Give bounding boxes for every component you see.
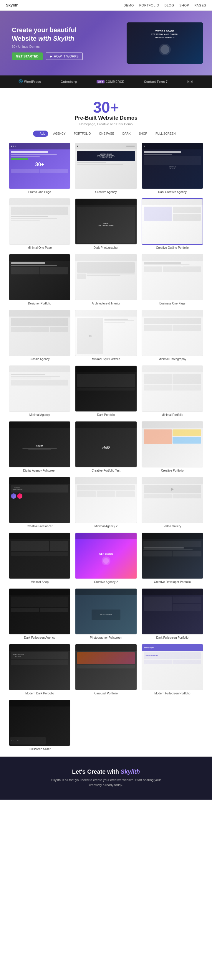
filter-all[interactable]: ALL	[33, 130, 48, 137]
nav-portfolio[interactable]: PORTFOLIO	[139, 3, 159, 7]
demo-modern-full[interactable]: New Highlights Creative Within Art Moder…	[142, 644, 203, 695]
demo-label: Classic Agency	[9, 358, 70, 361]
demo-split[interactable]: IMG Minimal Split Portfolio	[75, 310, 137, 361]
demo-thumb-creative-agency2: WE ♥ DESIGN	[75, 533, 137, 579]
demo-label: Creative Agency	[75, 190, 137, 194]
demo-label: Minimal Portfolio	[142, 413, 203, 417]
demo-label: Carousel Portfolio	[75, 692, 137, 695]
demo-label: Minimal Split Portfolio	[75, 358, 137, 361]
demo-architecture[interactable]: Architecture & Interior	[75, 254, 137, 305]
demo-label: Minimal Agency	[9, 413, 70, 417]
filter-one-page[interactable]: ONE PAGE	[96, 130, 117, 137]
filter-tabs: ALL AGENCY PORTFOLIO ONE PAGE DARK SHOP …	[6, 130, 206, 137]
demo-thumb-dark-full-port	[142, 588, 203, 635]
demo-thumb-minimal	[9, 198, 70, 245]
demo-label: Modern Dark Portfolio	[9, 692, 70, 695]
demos-subtitle: Homepage, Creative and Dark Demo	[6, 123, 206, 126]
demo-label: Video Gallery	[142, 525, 203, 528]
demo-thumb-photo-full: PHOTOGRAPHER	[75, 588, 137, 635]
demo-thumb-dark-full	[9, 588, 70, 635]
demo-thumb-arch	[75, 254, 137, 300]
demo-label: Creative Freelancer	[9, 525, 70, 528]
demo-label: Dark Portfolio	[75, 413, 137, 417]
demo-label: Fullscreen Slider	[9, 748, 70, 751]
demo-dark-full[interactable]: Dark Fullscreen Agency	[9, 588, 70, 639]
demo-label: Business One Page	[142, 302, 203, 305]
demo-thumb-dark: CREATIVEDESIGN	[142, 143, 203, 189]
footer-cta: Let's Create with Skylith Skylith is all…	[0, 757, 212, 800]
demo-min-photo[interactable]: Minimal Photography	[142, 310, 203, 361]
demo-thumb-min-shop	[9, 533, 70, 579]
demo-thumb-min-photo	[142, 310, 203, 356]
demo-label: Architecture & Interior	[75, 302, 137, 305]
demo-modern-dark[interactable]: Creative BusinessPortfolio Modern Dark P…	[9, 644, 70, 695]
demo-creative-agency2[interactable]: WE ♥ DESIGN Creative Agency 2	[75, 533, 137, 584]
demo-digital[interactable]: Skylith Digital Agency Fullscreen	[9, 421, 70, 472]
demo-label: Digital Agency Fullscreen	[9, 469, 70, 472]
demo-dark-port[interactable]: Dark Portfolio	[75, 366, 137, 417]
filter-dark[interactable]: DARK	[119, 130, 134, 137]
demo-label: Dark Creative Agency	[142, 190, 203, 194]
demo-minimal-one[interactable]: Minimal One Page	[9, 198, 70, 249]
demo-label: Photographer Fullscreen	[75, 636, 137, 639]
demo-min-agency[interactable]: Minimal Agency	[9, 366, 70, 417]
partner-gutenberg: Gutenberg	[61, 80, 77, 83]
demo-video[interactable]: Video Gallery	[142, 477, 203, 528]
demo-min-port[interactable]: Minimal Portfolio	[142, 366, 203, 417]
hero-section: Create your beautiful Website with Skyli…	[0, 11, 212, 75]
filter-agency[interactable]: AGENCY	[50, 130, 69, 137]
demo-thumb-carousel	[75, 644, 137, 690]
filter-portfolio[interactable]: PORTFOLIO	[71, 130, 94, 137]
filter-full-screen[interactable]: FULL SCREEN	[152, 130, 179, 137]
filter-dot	[36, 133, 38, 135]
demo-dark-creative-agency[interactable]: CREATIVEDESIGN Dark Creative Agency	[142, 143, 203, 194]
demo-creative-agency[interactable]: WE'RE A BRANDSTRATEGY AND DIGITALDESIGN …	[75, 143, 137, 194]
demo-thumb-fullscreen-slider: Fullscreen Slider	[9, 700, 70, 746]
demo-fullscreen-slider[interactable]: Fullscreen Slider Fullscreen Slider	[9, 700, 70, 751]
demo-thumb-classic	[9, 310, 70, 356]
filter-shop[interactable]: SHOP	[136, 130, 150, 137]
demo-label: Creative Developer Portfolio	[142, 580, 203, 584]
hero-buttons: GET STARTED ► HOW IT WORKS	[12, 52, 83, 60]
demo-label: Creative Portfolio	[142, 469, 203, 472]
partner-bar: Ⓦ WordPress Gutenberg Woo COMMERCE Conta…	[0, 75, 212, 88]
demo-carousel[interactable]: Carousel Portfolio	[75, 644, 137, 695]
demo-designer[interactable]: Designer Portfolio	[9, 254, 70, 305]
how-it-works-button[interactable]: ► HOW IT WORKS	[46, 52, 83, 60]
site-logo[interactable]: Skylith	[6, 3, 19, 7]
demos-section: 30+ Pre-Built Website Demos Homepage, Cr…	[0, 88, 212, 757]
demo-min-agency2[interactable]: Minimal Agency 2	[75, 477, 137, 528]
demo-outline-portfolio[interactable]: Creative Outline Portfolio	[142, 198, 203, 249]
demo-thumb-outline	[142, 198, 203, 245]
demo-min-shop[interactable]: Minimal Shop	[9, 533, 70, 584]
demo-thumb-dark-photo: DARKPHOTOGRAPHER	[75, 198, 137, 245]
partner-kiki: Kiki	[187, 80, 193, 83]
demo-thumb-dev-port	[142, 533, 203, 579]
demo-thumb-business	[142, 254, 203, 300]
demo-label: Promo One Page	[9, 190, 70, 194]
demo-business[interactable]: Business One Page	[142, 254, 203, 305]
demo-dark-full-port[interactable]: Dark Fullscreen Portfolio	[142, 588, 203, 639]
hero-title: Create your beautiful Website with Skyli…	[12, 26, 83, 43]
nav-demo[interactable]: DEMO	[124, 3, 134, 7]
demo-classic[interactable]: Classic Agency	[9, 310, 70, 361]
demos-grid: 30+ Promo One Page WE'RE A BRA	[6, 143, 206, 751]
demo-thumb-modern-full: New Highlights Creative Within Art	[142, 644, 203, 690]
wordpress-icon: Ⓦ	[19, 79, 23, 84]
nav-shop[interactable]: SHOP	[179, 3, 189, 7]
demo-thumb-promo: 30+	[9, 143, 70, 189]
get-started-button[interactable]: GET STARTED	[12, 52, 43, 60]
demo-dark-photographer[interactable]: DARKPHOTOGRAPHER Dark Photographer	[75, 198, 137, 249]
demo-creative-port[interactable]: Creative Portfolio	[142, 421, 203, 472]
nav-pages[interactable]: PAGES	[195, 3, 206, 7]
demo-creative-test[interactable]: Hallö Creative Portfolio Test	[75, 421, 137, 472]
demo-creative-free[interactable]: CreativeDigital Branding Creative Freela…	[9, 477, 70, 528]
demo-dev-port[interactable]: Creative Developer Portfolio	[142, 533, 203, 584]
demo-thumb-min-agency2	[75, 477, 137, 523]
demo-photo-full[interactable]: PHOTOGRAPHER Photographer Fullscreen	[75, 588, 137, 639]
nav-blog[interactable]: BLOG	[165, 3, 174, 7]
demo-label: Minimal Photography	[142, 358, 203, 361]
demo-thumb-min-agency	[9, 366, 70, 412]
demo-promo-one-page[interactable]: 30+ Promo One Page	[9, 143, 70, 194]
demo-thumb-split: IMG	[75, 310, 137, 356]
